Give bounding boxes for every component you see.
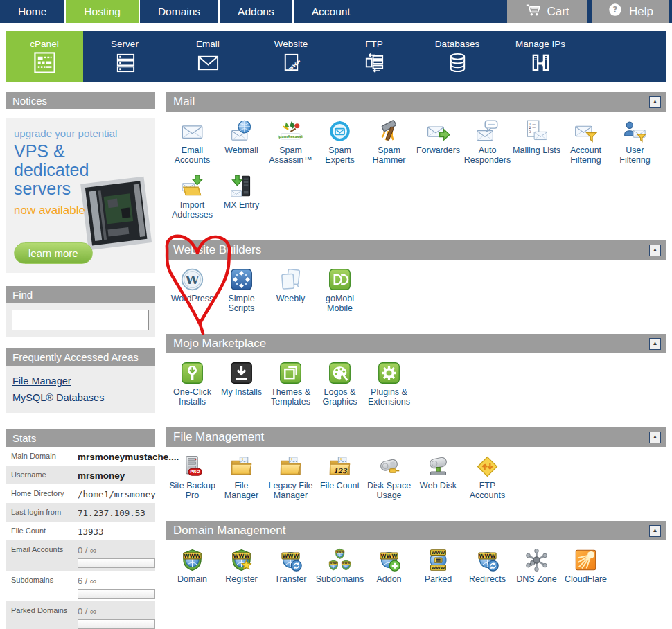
tool-mailing-lists[interactable]: 1 —2 —3 —Mailing Lists	[512, 119, 561, 155]
tool-themes-templates[interactable]: Themes & Templates	[266, 361, 315, 407]
tool-web-disk[interactable]: Web Disk	[414, 454, 463, 490]
cpanel-grid-icon	[33, 51, 56, 74]
sub-nav-item-website[interactable]: Websitewww	[249, 31, 333, 82]
top-nav-item-home[interactable]: Home	[0, 0, 64, 23]
tool-user-filtering[interactable]: User Filtering	[610, 119, 660, 165]
tool-dns-zone[interactable]: DNS Zone	[512, 548, 561, 584]
tool-transfer[interactable]: WWWTransfer	[266, 548, 315, 584]
tool-email-accounts[interactable]: Email Accounts	[168, 119, 217, 165]
tool-label: Site Backup Pro	[168, 481, 217, 500]
tool-spam-hammer[interactable]: Spam Hammer	[364, 119, 414, 165]
stat-value: 6 / ∞	[78, 576, 96, 586]
tool-one-click-installs[interactable]: One-Click Installs	[168, 361, 217, 407]
tool-label: Auto Responders	[463, 145, 512, 165]
transfer-icon: WWW	[278, 548, 303, 572]
tool-gomobi-mobile[interactable]: goMobi Mobile	[315, 267, 364, 313]
help-label: Help	[629, 5, 653, 19]
cart-button[interactable]: Cart	[507, 0, 587, 23]
tool-wordpress[interactable]: WWordPress	[168, 267, 217, 303]
top-nav-divider	[587, 0, 592, 23]
svg-text:WWW: WWW	[381, 553, 398, 559]
tool-weebly[interactable]: Weebly	[266, 267, 315, 303]
tool-account-filtering[interactable]: Account Filtering	[561, 119, 610, 165]
collapse-section-button[interactable]: ▲	[649, 525, 661, 537]
tool-my-installs[interactable]: My Installs	[217, 361, 266, 397]
help-button[interactable]: ? Help	[592, 0, 669, 23]
stat-value: mrsmoney	[78, 470, 125, 481]
tool-addon[interactable]: WWWAddon	[364, 548, 414, 584]
tool-file-count[interactable]: 123File Count	[315, 454, 364, 490]
stat-row-main-domain: Main Domainmrsmoneymustache....	[6, 447, 155, 466]
section-mojo-marketplace: Mojo Marketplace▲One-Click InstallsMy In…	[166, 334, 666, 417]
collapse-section-button[interactable]: ▲	[649, 338, 661, 350]
tool-forwarders[interactable]: Forwarders	[414, 119, 463, 155]
forwarders-icon	[426, 119, 450, 143]
tool-label: MX Entry	[224, 200, 259, 210]
sub-nav-item-server[interactable]: Server	[83, 31, 166, 82]
sub-nav-item-databases[interactable]: Databases	[416, 31, 499, 82]
tool-label: WordPress	[171, 294, 214, 303]
plugins-extensions-icon	[377, 361, 401, 385]
tool-mx-entry[interactable]: MX Entry	[217, 174, 266, 210]
top-nav-item-domains[interactable]: Domains	[140, 0, 218, 23]
collapse-section-button[interactable]: ▲	[649, 245, 661, 256]
tool-ftp-accounts[interactable]: FTP Accounts	[463, 454, 512, 500]
sub-nav-item-email[interactable]: Email	[166, 31, 249, 82]
tool-label: Register	[225, 574, 258, 584]
stat-label: Last login from	[6, 506, 78, 516]
learn-more-button[interactable]: learn more	[14, 242, 93, 264]
stat-value: 71.237.109.53	[78, 508, 145, 518]
stat-row-last-login-from: Last login from71.237.109.53	[6, 503, 155, 522]
tool-auto-responders[interactable]: Auto Responders	[463, 119, 512, 165]
tool-parked[interactable]: WWWWWWParked	[414, 548, 463, 584]
stats-header: Stats	[6, 429, 155, 447]
tool-logos-graphics[interactable]: Logos & Graphics	[315, 361, 364, 407]
tool-import-addresses[interactable]: Import Addresses	[168, 174, 217, 220]
find-input[interactable]	[12, 310, 149, 330]
sub-nav-item-cpanel[interactable]: cPanel	[6, 31, 83, 82]
collapse-section-button[interactable]: ▲	[649, 96, 661, 108]
tool-cloudflare[interactable]: CloudFlare	[561, 548, 610, 584]
frequently-accessed-links: File ManagerMySQL® Databases	[6, 366, 155, 413]
tool-plugins-extensions[interactable]: Plugins & Extensions	[364, 361, 414, 407]
quota-progress-bar	[78, 619, 155, 629]
tool-webmail[interactable]: Webmail	[217, 119, 266, 155]
collapse-section-button[interactable]: ▲	[649, 432, 661, 443]
svg-text:WWW: WWW	[479, 553, 496, 559]
tool-domain[interactable]: WWWDomain	[168, 548, 217, 584]
tool-simple-scripts[interactable]: Simple Scripts	[217, 267, 266, 313]
top-nav-item-addons[interactable]: Addons	[220, 0, 292, 23]
tool-label: Spam Assassin™	[266, 145, 315, 165]
my-installs-icon	[229, 361, 254, 385]
top-nav-item-account[interactable]: Account	[294, 0, 369, 23]
tool-redirects[interactable]: WWWRedirects	[463, 548, 512, 584]
stat-value-wrap: 13933	[78, 525, 104, 538]
tool-spam-experts[interactable]: Spam Experts	[315, 119, 364, 165]
svg-text:2 —: 2 —	[529, 126, 536, 130]
section-items: Email AccountsWebmailSpamAssassinSpam As…	[166, 112, 666, 230]
logos-graphics-icon	[328, 361, 352, 385]
tool-file-manager[interactable]: File Manager	[217, 454, 266, 500]
tool-disk-space-usage[interactable]: Disk Space Usage	[364, 454, 414, 500]
top-nav-spacer	[369, 0, 507, 23]
stat-row-subdomains: Subdomains6 / ∞	[6, 571, 155, 601]
tool-site-backup-pro[interactable]: PROSite Backup Pro	[168, 454, 217, 500]
stat-label: Username	[6, 469, 78, 479]
top-nav-item-hosting[interactable]: Hosting	[66, 0, 139, 23]
tool-spam-assassin[interactable]: SpamAssassinSpam Assassin™	[266, 119, 315, 165]
svg-text:SpamAssassin: SpamAssassin	[278, 134, 303, 139]
tool-register[interactable]: WWWRegister	[217, 548, 266, 584]
tool-legacy-file-manager[interactable]: Legacy File Manager	[266, 454, 315, 500]
tool-subdomains[interactable]: WWWWWWWWWSubdomains	[315, 548, 364, 584]
sub-nav-item-ftp[interactable]: FTP	[333, 31, 416, 82]
weebly-icon	[278, 267, 303, 292]
web-disk-icon	[426, 454, 450, 479]
section-header: File Management▲	[166, 427, 666, 447]
section-domain-management: Domain Management▲WWWDomainWWWRegisterWW…	[166, 521, 666, 594]
freq-link-file-manager[interactable]: File Manager	[12, 375, 155, 387]
top-nav-items: HomeHostingDomainsAddonsAccount	[0, 0, 369, 23]
freq-link-mysql-databases[interactable]: MySQL® Databases	[12, 392, 155, 403]
sub-nav-item-manage-ips[interactable]: Manage IPs	[499, 31, 582, 82]
stat-value: /home1/mrsmoney	[78, 489, 156, 499]
sub-nav-label: Databases	[435, 39, 480, 49]
